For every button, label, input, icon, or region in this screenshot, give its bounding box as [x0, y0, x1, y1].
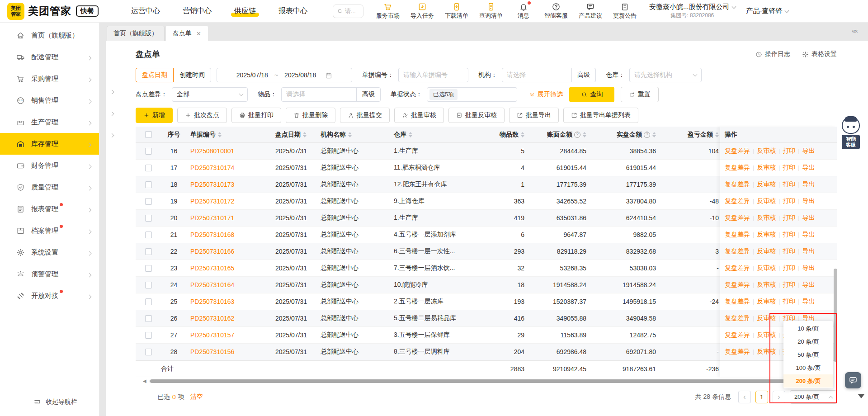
doc-number-link[interactable]: PD2507310157 — [190, 331, 234, 339]
user-menu[interactable]: 产品-查锋锋 — [746, 7, 788, 15]
row-checkbox[interactable] — [145, 332, 152, 339]
doc-number-link[interactable]: PD2507310165 — [190, 265, 234, 272]
sidebar-item[interactable]: 库存管理 — [0, 133, 99, 155]
row-op-link[interactable]: 导出 — [802, 197, 815, 205]
quick-action[interactable]: 下载清单 — [445, 2, 468, 20]
batch-action-button[interactable]: 批量提交 — [340, 108, 390, 123]
expand-chevron-icon[interactable] — [110, 90, 114, 95]
diff-select[interactable]: 全部 — [172, 87, 248, 102]
batch-action-button[interactable]: 批量导出单据列表 — [563, 108, 638, 123]
row-op-link[interactable]: 复盘差异 — [725, 147, 750, 155]
doc-number-link[interactable]: PD2507310172 — [190, 198, 234, 205]
sidebar-item[interactable]: 开放对接 — [0, 285, 99, 307]
sidebar-item[interactable]: 生产管理 — [0, 111, 99, 133]
row-op-link[interactable]: 反审核 — [757, 298, 776, 306]
sidebar-item[interactable]: 采购管理 — [0, 68, 99, 90]
page-size-option[interactable]: 10 条/页 — [783, 322, 833, 335]
row-op-link[interactable]: 打印 — [783, 164, 795, 172]
row-op-link[interactable]: 导出 — [802, 264, 815, 272]
row-op-link[interactable]: 反审核 — [757, 231, 776, 239]
row-op-link[interactable]: 打印 — [783, 247, 795, 255]
warehouse-select[interactable]: 请先选择机构 — [629, 68, 702, 82]
sort-icon[interactable] — [583, 132, 586, 137]
row-op-link[interactable]: 导出 — [802, 247, 815, 255]
sort-icon[interactable] — [348, 132, 352, 137]
row-op-link[interactable]: 复盘差异 — [725, 281, 750, 289]
doc-number-link[interactable]: PD2507310171 — [190, 214, 234, 222]
select-all-checkbox[interactable] — [145, 131, 152, 138]
row-op-link[interactable]: 导出 — [802, 164, 815, 172]
current-page-button[interactable]: 1 — [755, 391, 768, 403]
row-op-link[interactable]: 打印 — [783, 180, 795, 189]
page-size-option[interactable]: 200 条/页 — [783, 374, 833, 388]
smart-service-mascot[interactable]: 智能 客服 — [840, 117, 862, 149]
row-op-link[interactable]: 反审核 — [757, 197, 776, 205]
row-op-link[interactable]: 导出 — [802, 281, 815, 289]
global-search-input[interactable]: 请... — [333, 5, 363, 18]
quick-action[interactable]: 导入任务 — [410, 2, 434, 20]
topnav-item[interactable]: 运营中心 — [130, 4, 161, 19]
clear-selection-link[interactable]: 清空 — [190, 393, 203, 401]
tab-active[interactable]: 盘点单✕ — [166, 26, 208, 41]
row-op-link[interactable]: 复盘差异 — [725, 331, 750, 339]
row-op-link[interactable]: 导出 — [802, 180, 815, 189]
scroll-left-arrow[interactable]: ◀ — [143, 379, 146, 383]
expand-filters-link[interactable]: 展开筛选 — [529, 90, 563, 99]
row-op-link[interactable]: 导出 — [802, 214, 815, 222]
row-op-link[interactable]: 反审核 — [757, 247, 776, 255]
item-advanced-button[interactable]: 高级 — [356, 88, 380, 101]
page-size-option[interactable]: 50 条/页 — [783, 348, 833, 361]
row-op-link[interactable]: 复盘差异 — [725, 214, 750, 222]
batch-action-button[interactable]: 批量删除 — [286, 108, 335, 123]
sidebar-item[interactable]: 系统设置 — [0, 241, 99, 263]
row-op-link[interactable]: 复盘差异 — [725, 314, 750, 322]
company-switcher[interactable]: 安徽蒸小皖...股份有限公司 集团号: 83202086 — [649, 3, 736, 19]
row-op-link[interactable]: 复盘差异 — [725, 180, 750, 189]
row-op-link[interactable]: 反审核 — [757, 331, 776, 339]
sidebar-item[interactable]: BUY销售管理 — [0, 90, 99, 111]
row-checkbox[interactable] — [145, 215, 152, 222]
help-icon[interactable]: ? — [574, 132, 580, 138]
doc-number-link[interactable]: PD2507310173 — [190, 181, 234, 188]
sort-icon[interactable] — [715, 132, 719, 137]
next-page-button[interactable]: › — [773, 391, 785, 403]
batch-action-button[interactable]: 批量审核 — [394, 108, 444, 123]
item-input[interactable]: 请选择 高级 — [281, 87, 381, 102]
sidebar-item[interactable]: 档案管理 — [0, 220, 99, 241]
batch-action-button[interactable]: 批量反审核 — [448, 108, 505, 123]
reset-button[interactable]: 重置 — [621, 87, 659, 102]
batch-action-button[interactable]: 批次盘点 — [177, 108, 227, 123]
date-range-picker[interactable]: 2025/07/18 ~ 2025/08/18 — [217, 68, 352, 82]
sidebar-item[interactable]: 财务管理 — [0, 155, 99, 176]
page-toolbar-link[interactable]: 操作日志 — [755, 50, 790, 58]
row-op-link[interactable]: 打印 — [783, 147, 795, 155]
topnav-item[interactable]: 营销中心 — [182, 4, 212, 19]
row-checkbox[interactable] — [145, 165, 152, 171]
row-op-link[interactable]: 反审核 — [757, 164, 776, 172]
row-op-link[interactable]: 反审核 — [757, 264, 776, 272]
doc-number-link[interactable]: PD2507310156 — [190, 348, 234, 355]
row-op-link[interactable]: 复盘差异 — [725, 298, 750, 306]
page-toolbar-link[interactable]: 表格设置 — [802, 50, 837, 58]
collapse-sidebar-button[interactable]: 收起导航栏 — [0, 398, 99, 416]
date-type-option[interactable]: 创建时间 — [173, 68, 211, 82]
row-op-link[interactable]: 反审核 — [757, 281, 776, 289]
row-op-link[interactable]: 打印 — [783, 298, 795, 306]
sidebar-item[interactable]: 首页（旗舰版） — [0, 24, 99, 46]
prev-page-button[interactable]: ‹ — [738, 391, 751, 403]
row-op-link[interactable]: 反审核 — [757, 314, 776, 322]
doc-number-link[interactable]: PD2507310174 — [190, 164, 234, 171]
sidebar-item[interactable]: 预警管理 — [0, 263, 99, 285]
row-op-link[interactable]: 打印 — [783, 281, 795, 289]
doc-number-link[interactable]: PD2507310166 — [190, 248, 234, 255]
row-checkbox[interactable] — [145, 349, 152, 355]
horizontal-scrollbar-track[interactable] — [149, 379, 817, 383]
vertical-scrollbar-thumb[interactable] — [834, 269, 837, 362]
sort-icon[interactable] — [521, 132, 524, 137]
quick-action[interactable]: 服务市场 — [376, 2, 400, 20]
row-checkbox[interactable] — [145, 148, 152, 155]
row-op-link[interactable]: 导出 — [802, 231, 815, 239]
row-checkbox[interactable] — [145, 298, 152, 305]
query-button[interactable]: 查询 — [569, 87, 614, 102]
sort-icon[interactable] — [303, 132, 307, 137]
